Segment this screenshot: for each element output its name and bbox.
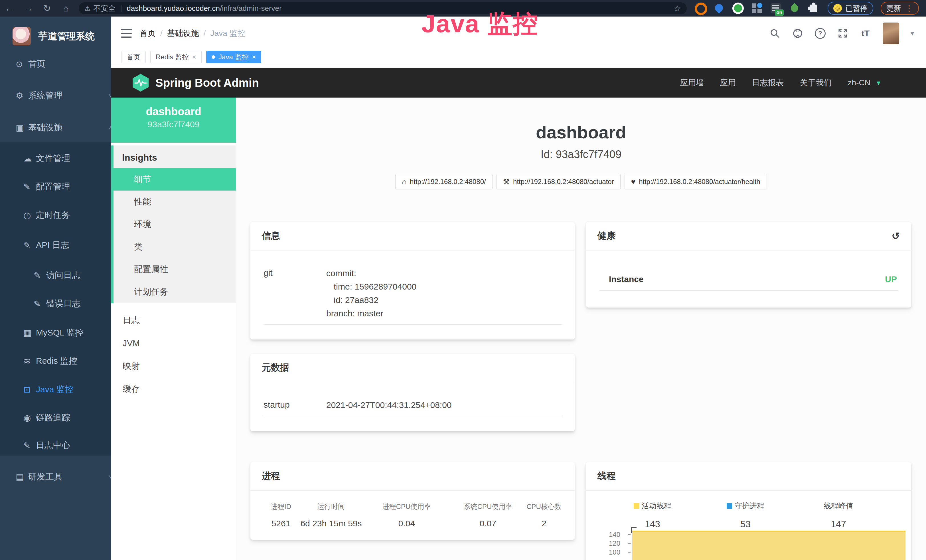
health-status-badge: UP	[885, 274, 897, 284]
sba-menu-metrics[interactable]: 性能	[113, 191, 236, 213]
profile-paused-badge[interactable]: ☺ 已暂停	[828, 2, 873, 15]
sba-nav: 应用墙 应用 日志报表 关于我们 zh-CN ▾	[680, 77, 926, 88]
sba-menu-scheduled-tasks[interactable]: 计划任务	[113, 281, 236, 303]
user-menu-caret-icon[interactable]: ▾	[911, 29, 914, 37]
extension-on-badge: on	[775, 9, 784, 16]
url-host: dashboard.yudao.iocoder.cn	[127, 4, 220, 13]
info-row-value: commit: time: 1596289704000 id: 27aa832 …	[326, 266, 561, 320]
browser-menu-icon[interactable]: ⋮	[905, 4, 913, 13]
extension-grid-icon[interactable]	[751, 3, 763, 14]
health-url-button[interactable]: ♥ http://192.168.0.2:48080/actuator/heal…	[625, 174, 767, 189]
active-threads-area	[632, 531, 905, 560]
gear-icon: ⚙	[16, 91, 28, 101]
instance-id: 93a3fc7f7409	[111, 118, 236, 131]
extension-pin-icon[interactable]	[714, 3, 725, 14]
metadata-card-title: 元数据	[262, 362, 289, 374]
sidebar-item-dev-tools[interactable]: ▤ 研发工具 ∨	[0, 462, 127, 491]
github-icon[interactable]	[792, 28, 803, 39]
sidebar-item-system[interactable]: ⚙ 系统管理 ∨	[0, 81, 127, 110]
extension-sprout-icon[interactable]	[789, 3, 800, 14]
sba-menu-jvm[interactable]: JVM	[111, 332, 236, 354]
instance-urls: ⌂ http://192.168.0.2:48080/ ⚒ http://192…	[236, 174, 926, 189]
paused-label: 已暂停	[845, 3, 867, 14]
metadata-card: 元数据 startup 2021-04-27T00:44:31.254+08:0…	[250, 354, 575, 431]
actuator-url-button[interactable]: ⚒ http://192.168.0.2:48080/actuator	[496, 174, 620, 189]
edit-icon: ✎	[23, 182, 36, 192]
monitor-icon: ▣	[16, 123, 28, 133]
font-size-icon[interactable]: tT	[860, 28, 871, 39]
process-cpu: 0.04	[364, 519, 449, 528]
sba-nav-about[interactable]: 关于我们	[800, 77, 832, 88]
locale-caret-icon[interactable]: ▾	[877, 79, 881, 87]
bookmark-star-icon[interactable]: ☆	[673, 3, 681, 14]
extensions-area: on	[695, 3, 819, 14]
health-card-title: 健康	[598, 230, 616, 242]
tags-view-bar: 首页 Redis 监控 × Java 监控 ×	[111, 50, 926, 65]
process-card: 进程 进程ID5261 运行时间6d 23h 15m 59s 进程CPU使用率0…	[250, 462, 575, 540]
fullscreen-icon[interactable]	[837, 28, 849, 39]
chrome-update-button[interactable]: 更新 ⋮	[881, 2, 919, 15]
active-tab-dot	[212, 55, 215, 59]
close-icon[interactable]: ×	[252, 53, 256, 61]
sba-menu-caches[interactable]: 缓存	[111, 377, 236, 400]
insights-group: Insights 细节 性能 环境 类 配置属性 计划任务	[111, 145, 236, 303]
url-path: /infra/admin-server	[220, 4, 282, 13]
extension-switch-icon[interactable]: on	[770, 3, 781, 14]
sba-nav-applications[interactable]: 应用	[720, 77, 736, 88]
screen-icon: ⊡	[23, 384, 36, 395]
app-logo-row[interactable]: 芋道管理系统	[0, 21, 111, 52]
help-icon[interactable]: ?	[815, 28, 826, 39]
sba-brand-title[interactable]: Spring Boot Admin	[156, 76, 259, 89]
extensions-puzzle-icon[interactable]	[808, 3, 819, 14]
wrench-icon: ⚒	[503, 177, 510, 186]
address-bar[interactable]: ⚠ 不安全 | dashboard.yudao.iocoder.cn/infra…	[79, 2, 687, 14]
browser-forward-icon[interactable]: →	[19, 3, 38, 14]
sba-menu-classes[interactable]: 类	[113, 236, 236, 258]
edit-icon: ✎	[34, 299, 46, 309]
sba-menu-logs[interactable]: 日志	[111, 309, 236, 332]
sba-menu-mappings[interactable]: 映射	[111, 354, 236, 377]
history-icon[interactable]: ↺	[892, 230, 900, 242]
layers-icon: ≋	[23, 356, 36, 366]
sba-menu-config-props[interactable]: 配置属性	[113, 258, 236, 281]
sba-main: dashboard Id: 93a3fc7f7409 ⌂ http://192.…	[236, 98, 926, 560]
row-divider	[263, 416, 561, 416]
insecure-warning-icon[interactable]: ⚠	[85, 4, 91, 12]
sidebar-item-infra[interactable]: ▣ 基础设施 ∧	[0, 113, 127, 142]
info-row-label: git	[263, 266, 326, 320]
breadcrumb-home[interactable]: 首页	[140, 28, 156, 39]
sba-menu-environment[interactable]: 环境	[113, 213, 236, 236]
database-icon: ▦	[23, 328, 36, 338]
briefcase-icon: ▤	[16, 472, 28, 482]
y-tick-120: 120	[586, 539, 620, 548]
y-tick-140: 140	[586, 531, 620, 539]
close-icon[interactable]: ×	[192, 53, 196, 61]
sba-nav-wallboard[interactable]: 应用墙	[680, 77, 704, 88]
browser-back-icon[interactable]: ←	[0, 3, 19, 14]
service-url-button[interactable]: ⌂ http://192.168.0.2:48080/	[395, 174, 493, 189]
process-card-title: 进程	[262, 470, 280, 483]
sba-nav-journal[interactable]: 日志报表	[752, 77, 784, 88]
breadcrumb-infra[interactable]: 基础设施	[167, 28, 199, 39]
browser-home-icon[interactable]: ⌂	[56, 3, 75, 14]
tab-java-monitor[interactable]: Java 监控 ×	[206, 51, 261, 64]
tab-home[interactable]: 首页	[121, 51, 146, 64]
tab-redis-monitor[interactable]: Redis 监控 ×	[150, 51, 202, 64]
extension-green-icon[interactable]	[732, 3, 744, 14]
search-icon[interactable]	[769, 28, 781, 39]
dashboard-icon: ⊙	[16, 59, 28, 69]
timer-icon: ◷	[23, 210, 36, 220]
profile-avatar-emoji: ☺	[833, 4, 842, 12]
info-card-title: 信息	[262, 230, 280, 242]
extension-colorzilla-icon[interactable]	[695, 3, 706, 14]
user-avatar[interactable]	[883, 23, 899, 44]
sidebar-collapse-icon[interactable]	[121, 29, 132, 38]
browser-reload-icon[interactable]: ↻	[38, 3, 56, 14]
sba-locale-select[interactable]: zh-CN	[848, 78, 870, 87]
spring-boot-admin-logo[interactable]	[133, 74, 148, 92]
instance-header[interactable]: dashboard 93a3fc7f7409	[111, 98, 236, 143]
sba-menu-details[interactable]: 细节	[113, 168, 236, 191]
instance-name: dashboard	[111, 105, 236, 118]
sba-header: Spring Boot Admin 应用墙 应用 日志报表 关于我们 zh-CN…	[111, 68, 926, 98]
sidebar-item-home[interactable]: ⊙ 首页	[0, 50, 127, 78]
